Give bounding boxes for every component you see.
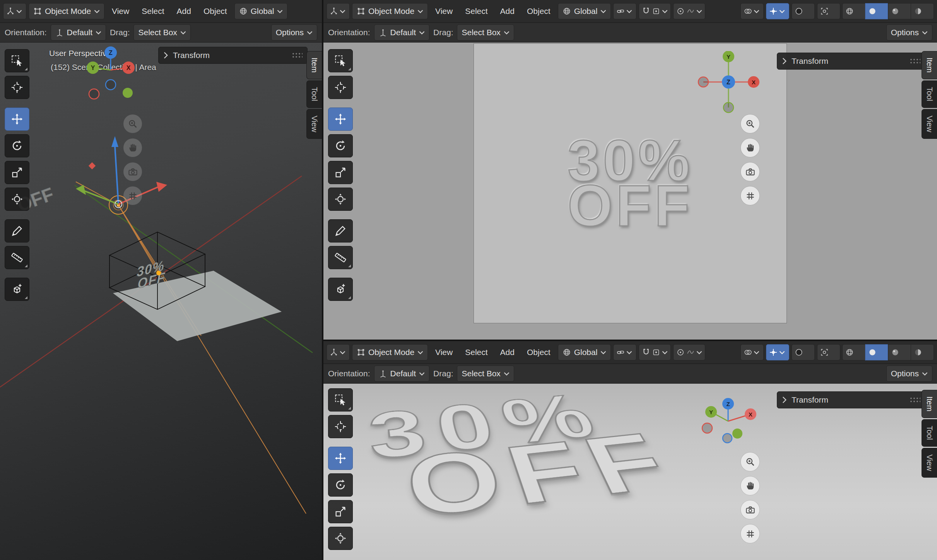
orientation-global-select[interactable]: Global xyxy=(234,3,288,19)
menu-add[interactable]: Add xyxy=(495,4,520,19)
shading-material-button[interactable] xyxy=(888,344,911,360)
navigation-gizmo[interactable]: Z Y X xyxy=(693,390,763,456)
pan-button[interactable] xyxy=(741,138,759,157)
tool-scale[interactable] xyxy=(5,161,29,184)
transform-panel-header[interactable]: Transform xyxy=(777,391,925,408)
tool-cursor[interactable] xyxy=(328,415,353,438)
toggle-ortho-button[interactable] xyxy=(123,186,142,205)
shading-rendered-button[interactable] xyxy=(911,3,934,19)
pivot-point-button[interactable] xyxy=(613,344,636,360)
panel-grip[interactable] xyxy=(910,58,920,64)
menu-view[interactable]: View xyxy=(430,345,458,360)
tool-annotate[interactable] xyxy=(5,219,29,242)
orientation-default-select[interactable]: Default xyxy=(51,24,106,41)
tool-cursor[interactable] xyxy=(328,76,353,99)
drag-select[interactable]: Select Box xyxy=(457,365,514,382)
render-region-button[interactable] xyxy=(817,344,840,360)
menu-object[interactable]: Object xyxy=(198,4,232,19)
tool-add-cube[interactable] xyxy=(328,278,353,301)
transform-panel-header[interactable]: Transform xyxy=(158,47,308,64)
tab-item[interactable]: Item xyxy=(306,51,322,79)
editor-type-button[interactable] xyxy=(3,3,26,19)
tab-view[interactable]: View xyxy=(922,109,937,139)
toggle-ortho-button[interactable] xyxy=(741,186,759,205)
menu-add[interactable]: Add xyxy=(495,345,520,360)
menu-select[interactable]: Select xyxy=(460,345,492,360)
options-dropdown[interactable]: Options xyxy=(886,24,932,41)
tab-item[interactable]: Item xyxy=(922,51,937,79)
show-overlays-button[interactable] xyxy=(740,344,764,360)
camera-view-button[interactable] xyxy=(741,500,759,519)
neg-z-ball[interactable] xyxy=(723,434,732,443)
snap-button[interactable] xyxy=(639,344,671,360)
show-gizmo-button[interactable] xyxy=(766,3,789,19)
orientation-global-select[interactable]: Global xyxy=(558,344,611,360)
neg-z-ball[interactable] xyxy=(106,80,116,90)
neg-y-ball[interactable] xyxy=(732,429,742,439)
shading-wireframe-button[interactable] xyxy=(842,3,865,19)
panel-grip[interactable] xyxy=(292,52,303,58)
neg-x-ball[interactable] xyxy=(698,77,708,87)
tool-transform[interactable] xyxy=(5,188,29,211)
options-dropdown[interactable]: Options xyxy=(271,24,317,41)
tab-tool[interactable]: Tool xyxy=(922,419,937,447)
tool-move[interactable] xyxy=(328,447,353,470)
tool-select-box[interactable] xyxy=(328,388,353,411)
tab-item[interactable]: Item xyxy=(922,390,937,418)
proportional-editing-button[interactable] xyxy=(673,344,705,360)
neg-y-ball[interactable] xyxy=(723,102,734,113)
camera-view-button[interactable] xyxy=(741,162,759,181)
orientation-global-select[interactable]: Global xyxy=(558,3,611,19)
tool-rotate[interactable] xyxy=(328,473,353,497)
menu-select[interactable]: Select xyxy=(460,4,492,19)
menu-add[interactable]: Add xyxy=(172,4,196,19)
tool-annotate[interactable] xyxy=(328,219,353,242)
menu-select[interactable]: Select xyxy=(137,4,169,19)
tool-scale[interactable] xyxy=(328,161,353,184)
editor-type-button[interactable] xyxy=(327,344,350,360)
drag-select[interactable]: Select Box xyxy=(457,24,514,41)
toggle-ortho-button[interactable] xyxy=(741,524,759,543)
shading-wireframe-button[interactable] xyxy=(842,344,865,360)
xray-toggle-button[interactable] xyxy=(792,344,815,360)
transform-panel-header[interactable]: Transform xyxy=(777,53,925,70)
menu-object[interactable]: Object xyxy=(522,345,556,360)
shading-solid-button[interactable] xyxy=(865,3,888,19)
move-gizmo[interactable] xyxy=(76,136,167,208)
camera-view-button[interactable] xyxy=(123,162,142,181)
options-dropdown[interactable]: Options xyxy=(886,365,932,382)
snap-button[interactable] xyxy=(639,3,671,19)
show-overlays-button[interactable] xyxy=(740,3,764,19)
tool-cursor[interactable] xyxy=(5,76,29,99)
neg-y-ball[interactable] xyxy=(123,88,133,98)
orientation-default-select[interactable]: Default xyxy=(374,365,430,382)
drag-select[interactable]: Select Box xyxy=(133,24,190,41)
show-gizmo-button[interactable] xyxy=(766,344,789,360)
zoom-button[interactable] xyxy=(741,114,759,133)
tool-measure[interactable] xyxy=(328,246,353,269)
pan-button[interactable] xyxy=(741,476,759,495)
neg-x-ball[interactable] xyxy=(89,89,99,99)
tool-rotate[interactable] xyxy=(328,134,353,157)
tool-transform[interactable] xyxy=(328,188,353,211)
shading-rendered-button[interactable] xyxy=(911,344,934,360)
navigation-gizmo[interactable]: Z Y X xyxy=(76,39,145,105)
neg-x-ball[interactable] xyxy=(702,423,712,433)
tool-select-box[interactable] xyxy=(5,49,29,72)
render-region-button[interactable] xyxy=(817,3,840,19)
tool-measure[interactable] xyxy=(5,246,29,269)
shading-solid-button[interactable] xyxy=(865,344,888,360)
mode-select[interactable]: Object Mode xyxy=(352,344,428,360)
tab-tool[interactable]: Tool xyxy=(306,80,322,108)
menu-object[interactable]: Object xyxy=(522,4,556,19)
tool-move[interactable] xyxy=(328,108,353,131)
zoom-button[interactable] xyxy=(741,452,759,471)
xray-toggle-button[interactable] xyxy=(792,3,815,19)
proportional-editing-button[interactable] xyxy=(673,3,705,19)
tool-rotate[interactable] xyxy=(5,134,29,157)
tool-scale[interactable] xyxy=(328,500,353,523)
orientation-default-select[interactable]: Default xyxy=(374,24,430,41)
tab-tool[interactable]: Tool xyxy=(922,80,937,108)
tool-transform[interactable] xyxy=(328,527,353,550)
tool-add-cube[interactable] xyxy=(5,278,29,301)
